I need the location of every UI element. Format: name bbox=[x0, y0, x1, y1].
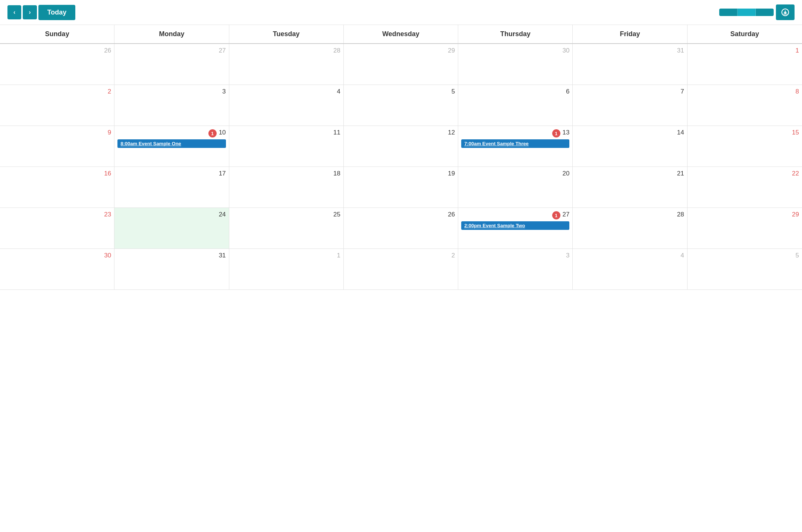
calendar-cell[interactable]: 14 bbox=[573, 126, 687, 167]
calendar-cell[interactable]: 2 bbox=[344, 249, 458, 290]
day-number: 15 bbox=[792, 129, 799, 136]
day-header: 2 bbox=[347, 252, 455, 261]
month-view-button[interactable] bbox=[737, 9, 756, 16]
calendar-cell[interactable]: 31 bbox=[573, 44, 687, 85]
calendar-cell[interactable]: 16 bbox=[0, 167, 114, 208]
header-monday: Monday bbox=[114, 25, 229, 43]
calendar-cell[interactable]: 1108:00am Event Sample One bbox=[114, 126, 229, 167]
calendar: Sunday Monday Tuesday Wednesday Thursday… bbox=[0, 25, 802, 290]
calendar-cell[interactable]: 29 bbox=[688, 208, 802, 249]
calendar-cell[interactable]: 4 bbox=[229, 85, 344, 126]
calendar-cell[interactable]: 5 bbox=[344, 85, 458, 126]
day-number: 7 bbox=[680, 88, 684, 95]
day-header: 15 bbox=[691, 129, 799, 138]
day-header: 113 bbox=[461, 129, 569, 138]
day-header: 29 bbox=[347, 47, 455, 56]
day-number: 9 bbox=[108, 129, 111, 136]
calendar-cell[interactable]: 29 bbox=[344, 44, 458, 85]
calendar-cell[interactable]: 1 bbox=[688, 44, 802, 85]
calendar-cell[interactable]: 31 bbox=[114, 249, 229, 290]
calendar-cell[interactable]: 26 bbox=[0, 44, 114, 85]
day-header: 18 bbox=[232, 170, 340, 179]
day-header: 4 bbox=[576, 252, 684, 261]
nav-left: ‹ › Today bbox=[7, 5, 75, 20]
calendar-cell[interactable]: 8 bbox=[688, 85, 802, 126]
day-number: 4 bbox=[337, 88, 340, 95]
day-header: 3 bbox=[117, 88, 226, 97]
calendar-header: Sunday Monday Tuesday Wednesday Thursday… bbox=[0, 25, 802, 44]
calendar-cell[interactable]: 7 bbox=[573, 85, 687, 126]
calendar-cell[interactable]: 28 bbox=[229, 44, 344, 85]
calendar-cell[interactable]: 2 bbox=[0, 85, 114, 126]
calendar-cell[interactable]: 21 bbox=[573, 167, 687, 208]
day-number: 5 bbox=[796, 252, 799, 259]
next-button[interactable]: › bbox=[23, 5, 37, 19]
calendar-cell[interactable]: 22 bbox=[688, 167, 802, 208]
calendar-cell[interactable]: 4 bbox=[573, 249, 687, 290]
day-header: 30 bbox=[461, 47, 569, 56]
calendar-cell[interactable]: 9 bbox=[0, 126, 114, 167]
calendar-cell[interactable]: 12 bbox=[344, 126, 458, 167]
header-saturday: Saturday bbox=[688, 25, 802, 43]
year-view-button[interactable] bbox=[719, 9, 737, 16]
calendar-cell[interactable]: 5 bbox=[688, 249, 802, 290]
calendar-cell[interactable]: 26 bbox=[344, 208, 458, 249]
calendar-cell[interactable]: 27 bbox=[114, 44, 229, 85]
header-sunday: Sunday bbox=[0, 25, 114, 43]
calendar-cell[interactable]: 3 bbox=[458, 249, 573, 290]
event-pill[interactable]: 8:00am Event Sample One bbox=[117, 139, 226, 148]
day-number: 27 bbox=[563, 211, 570, 218]
day-header: 8 bbox=[691, 88, 799, 97]
day-header: 28 bbox=[232, 47, 340, 56]
day-number: 31 bbox=[219, 252, 226, 259]
day-number: 3 bbox=[222, 88, 226, 95]
today-button[interactable]: Today bbox=[38, 5, 76, 20]
calendar-cell[interactable]: 11 bbox=[229, 126, 344, 167]
day-header: 25 bbox=[232, 211, 340, 220]
calendar-cell[interactable]: 3 bbox=[114, 85, 229, 126]
day-number: 29 bbox=[792, 211, 799, 218]
day-header: 24 bbox=[117, 211, 226, 220]
calendar-cell[interactable]: 17 bbox=[114, 167, 229, 208]
day-header: 19 bbox=[347, 170, 455, 179]
calendar-cell[interactable]: 15 bbox=[688, 126, 802, 167]
day-number: 2 bbox=[108, 88, 111, 95]
calendar-cell[interactable]: 30 bbox=[458, 44, 573, 85]
day-header: 29 bbox=[691, 211, 799, 220]
day-header: 22 bbox=[691, 170, 799, 179]
calendar-cell[interactable]: 25 bbox=[229, 208, 344, 249]
day-number: 10 bbox=[219, 129, 226, 136]
day-header: 21 bbox=[576, 170, 684, 179]
event-pill[interactable]: 2:00pm Event Sample Two bbox=[461, 221, 569, 230]
calendar-cell[interactable]: 1137:00am Event Sample Three bbox=[458, 126, 573, 167]
calendar-cell[interactable]: 24 bbox=[114, 208, 229, 249]
calendar-cell[interactable]: 20 bbox=[458, 167, 573, 208]
prev-button[interactable]: ‹ bbox=[7, 5, 21, 19]
calendar-cell[interactable]: 19 bbox=[344, 167, 458, 208]
calendar-cell[interactable]: 23 bbox=[0, 208, 114, 249]
day-header: 9 bbox=[3, 129, 111, 138]
day-header: 31 bbox=[117, 252, 226, 261]
day-number: 22 bbox=[792, 170, 799, 177]
calendar-cell[interactable]: 28 bbox=[573, 208, 687, 249]
calendar-cell[interactable]: 1 bbox=[229, 249, 344, 290]
day-number: 28 bbox=[677, 211, 684, 218]
download-button[interactable] bbox=[776, 4, 795, 20]
day-number: 19 bbox=[448, 170, 455, 177]
calendar-cell[interactable]: 18 bbox=[229, 167, 344, 208]
day-header: 14 bbox=[576, 129, 684, 138]
day-header: 16 bbox=[3, 170, 111, 179]
top-bar: ‹ › Today bbox=[0, 0, 802, 25]
day-header: 110 bbox=[117, 129, 226, 138]
day-header: 12 bbox=[347, 129, 455, 138]
calendar-cell[interactable]: 6 bbox=[458, 85, 573, 126]
day-header: 27 bbox=[117, 47, 226, 56]
day-header: 11 bbox=[232, 129, 340, 138]
calendar-cell[interactable]: 1272:00pm Event Sample Two bbox=[458, 208, 573, 249]
calendar-cell[interactable]: 30 bbox=[0, 249, 114, 290]
week-view-button[interactable] bbox=[756, 9, 774, 16]
day-number: 5 bbox=[452, 88, 455, 95]
event-pill[interactable]: 7:00am Event Sample Three bbox=[461, 139, 569, 148]
day-number: 4 bbox=[680, 252, 684, 259]
day-number: 18 bbox=[333, 170, 340, 177]
